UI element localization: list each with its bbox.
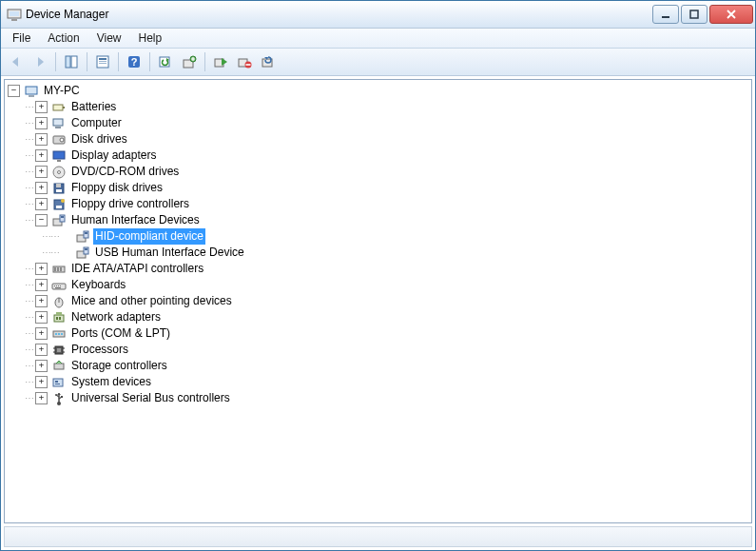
tree-node-label: System devices [69,374,153,390]
tree-line: ⋯ [25,115,33,131]
expand-icon[interactable]: + [35,101,48,113]
expand-icon[interactable]: + [35,182,48,194]
svg-rect-2 [11,19,17,21]
tree-root-label: MY-PC [42,83,82,99]
tree-category-node[interactable]: ⋯ + System devices [25,374,748,390]
tree-category-node[interactable]: ⋯ + Universal Serial Bus controllers [25,390,748,406]
tree-category-node[interactable]: ⋯ + Keyboards [25,277,748,293]
svg-rect-5 [66,56,70,68]
tree-category-node[interactable]: ⋯ + Ports (COM & LPT) [25,325,748,342]
console-tree-button[interactable] [60,50,83,73]
expand-icon[interactable]: + [35,295,48,307]
expand-icon[interactable]: + [35,198,48,210]
statusbar [4,526,752,547]
svg-rect-29 [53,151,65,159]
port-icon [51,326,67,342]
expand-icon[interactable]: + [35,327,48,340]
expand-icon[interactable]: + [35,311,48,324]
enable-button[interactable] [209,50,232,73]
tree-category-node[interactable]: ⋯ + Disk drives [25,131,748,148]
tree-category-node[interactable]: ⋯ + Network adapters [25,309,748,325]
menu-action[interactable]: Action [40,30,87,46]
tree-category-node[interactable]: ⋯ + Display adapters [25,148,748,164]
tree-device-node[interactable]: ⋯⋯ · USB Human Interface Device [42,245,748,261]
tree-line: ⋯⋯ [42,245,59,261]
svg-point-38 [61,199,65,203]
tree-node-label: DVD/CD-ROM drives [69,164,181,180]
tree-category-node[interactable]: ⋯ + Floppy drive controllers [25,196,748,212]
tree-line: ⋯ [25,180,33,196]
back-button[interactable] [5,50,28,73]
tree-category-node[interactable]: ⋯ + Storage controllers [25,358,748,374]
collapse-icon[interactable]: − [35,214,48,226]
expand-icon[interactable]: + [35,117,48,129]
expand-icon[interactable]: + [35,392,48,404]
menu-help[interactable]: Help [131,30,170,46]
tree-line: ⋯ [25,374,33,390]
refresh-button[interactable] [154,50,177,73]
svg-rect-50 [57,267,59,271]
disable-button[interactable] [233,50,256,73]
svg-point-28 [60,138,64,142]
tree-category-node[interactable]: ⋯ + Floppy disk drives [25,180,748,196]
svg-rect-23 [53,105,63,110]
tree-line: ⋯ [25,261,33,277]
tree-node-label: Keyboards [69,277,127,293]
tree-line: ⋯ [25,390,33,406]
tree-root-node[interactable]: − MY-PC [8,83,748,99]
hid-icon [51,213,67,228]
tree-node-label: Network adapters [69,309,163,325]
expand-icon[interactable]: + [35,263,48,275]
toolbar-separator [55,52,56,71]
tree-node-label: Mice and other pointing devices [69,293,234,309]
tree-category-node[interactable]: ⋯ + Computer [25,115,748,131]
floppy-icon [51,181,67,196]
tree-category-node[interactable]: ⋯ + DVD/CD-ROM drives [25,164,748,180]
menu-view[interactable]: View [89,30,129,46]
svg-rect-19 [246,64,251,66]
svg-rect-10 [99,63,107,64]
expand-icon[interactable]: + [35,166,48,178]
svg-rect-3 [662,16,669,18]
expand-icon[interactable]: + [35,360,48,372]
tree-line: ⋯ [25,212,33,228]
expand-icon[interactable]: + [35,376,48,388]
toolbar-separator [87,52,87,71]
computer-icon [51,116,67,131]
tree-category-node[interactable]: ⋯ + Processors [25,342,748,358]
toolbar-separator [149,52,150,71]
toolbar-separator [204,52,205,71]
tree-category-node[interactable]: ⋯ − Human Interface Devices [25,212,748,228]
network-icon [51,310,67,325]
expand-icon[interactable]: + [35,344,48,356]
expand-icon[interactable]: + [35,149,48,162]
device-tree[interactable]: − MY-PC ⋯ + Batteries ⋯ + Computer ⋯ + D… [4,79,752,523]
close-button[interactable] [709,5,753,24]
forward-button[interactable] [29,50,51,73]
uninstall-button[interactable] [257,50,280,73]
tree-line: ⋯ [25,164,33,180]
maximize-button[interactable] [681,5,708,24]
expander-spacer: · [61,231,71,242]
tree-category-node[interactable]: ⋯ + IDE ATA/ATAPI controllers [25,261,748,277]
tree-line: ⋯ [25,131,33,148]
svg-rect-61 [56,312,62,315]
svg-point-67 [61,333,63,335]
svg-point-66 [58,333,60,335]
svg-rect-55 [58,285,59,286]
tree-device-node[interactable]: ⋯⋯ · HID-compliant device [42,228,748,245]
tree-line: ⋯ [25,358,33,374]
properties-button[interactable] [91,50,114,73]
tree-node-label: IDE ATA/ATAPI controllers [69,261,205,277]
tree-category-node[interactable]: ⋯ + Mice and other pointing devices [25,293,748,309]
help-button[interactable]: ? [123,50,145,73]
hid-icon [75,229,90,245]
svg-rect-21 [26,87,37,94]
tree-category-node[interactable]: ⋯ + Batteries [25,99,748,115]
collapse-icon[interactable]: − [8,85,20,97]
menu-file[interactable]: File [5,30,38,46]
expand-icon[interactable]: + [35,279,48,291]
update-driver-button[interactable] [178,50,201,73]
minimize-button[interactable] [652,5,679,24]
expand-icon[interactable]: + [35,133,48,146]
